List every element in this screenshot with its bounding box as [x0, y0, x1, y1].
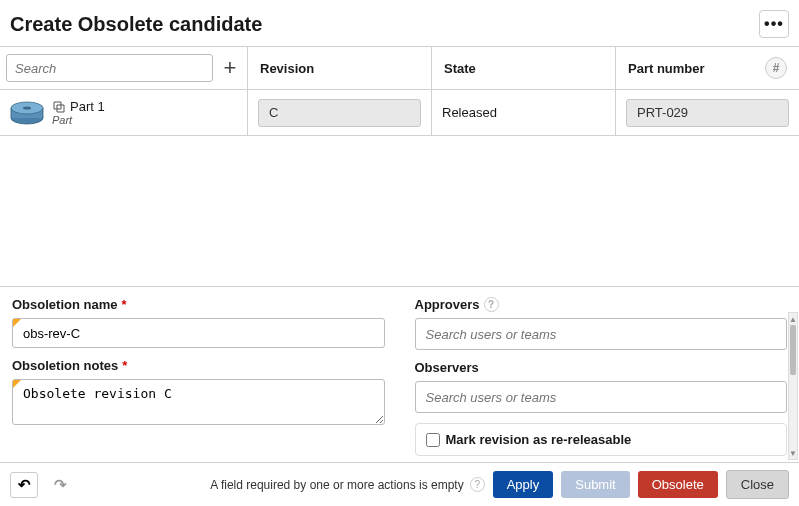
more-actions-button[interactable]: •••	[759, 10, 789, 38]
obsoletion-name-label: Obsoletion name*	[12, 297, 385, 312]
redo-button[interactable]: ↷	[46, 472, 74, 498]
part-icon	[8, 98, 46, 128]
approvers-input[interactable]	[415, 318, 788, 350]
undo-button[interactable]: ↶	[10, 472, 38, 498]
scrollbar[interactable]: ▲ ▼	[788, 312, 798, 460]
approvers-label: Approvers ?	[415, 297, 788, 312]
help-icon[interactable]: ?	[470, 477, 485, 492]
page-title: Create Obsolete candidate	[10, 13, 262, 36]
item-type: Part	[52, 114, 105, 126]
svg-point-3	[23, 106, 31, 109]
column-header-state[interactable]: State	[432, 47, 616, 89]
obsoletion-notes-input[interactable]	[12, 379, 385, 425]
plus-icon: +	[224, 55, 237, 81]
help-icon[interactable]: ?	[484, 297, 499, 312]
state-text: Released	[442, 99, 497, 126]
table-row[interactable]: Part 1 Part C Released PRT-029	[0, 90, 799, 136]
link-icon	[52, 100, 66, 114]
search-input[interactable]	[6, 54, 213, 82]
add-button[interactable]: +	[217, 55, 243, 81]
revision-field: C	[258, 99, 421, 127]
redo-icon: ↷	[54, 476, 67, 494]
observers-input[interactable]	[415, 381, 788, 413]
scroll-down-icon[interactable]: ▼	[789, 447, 797, 459]
ellipsis-icon: •••	[764, 16, 784, 32]
apply-button[interactable]: Apply	[493, 471, 554, 498]
scroll-thumb[interactable]	[790, 325, 796, 375]
obsoletion-notes-label: Obsoletion notes*	[12, 358, 385, 373]
observers-label: Observers	[415, 360, 788, 375]
undo-icon: ↶	[18, 476, 31, 494]
close-button[interactable]: Close	[726, 470, 789, 499]
column-header-part-number[interactable]: Part number #	[616, 47, 799, 89]
re-releasable-label: Mark revision as re-releasable	[446, 432, 632, 447]
column-header-revision[interactable]: Revision	[248, 47, 432, 89]
obsolete-button[interactable]: Obsolete	[638, 471, 718, 498]
hash-icon[interactable]: #	[765, 57, 787, 79]
footer-message: A field required by one or more actions …	[210, 478, 463, 492]
obsoletion-name-input[interactable]	[12, 318, 385, 348]
submit-button[interactable]: Submit	[561, 471, 629, 498]
re-releasable-checkbox[interactable]	[426, 433, 440, 447]
item-name: Part 1	[70, 99, 105, 114]
column-header-part-number-label: Part number	[628, 61, 705, 76]
scroll-up-icon[interactable]: ▲	[789, 313, 797, 325]
part-number-field: PRT-029	[626, 99, 789, 127]
